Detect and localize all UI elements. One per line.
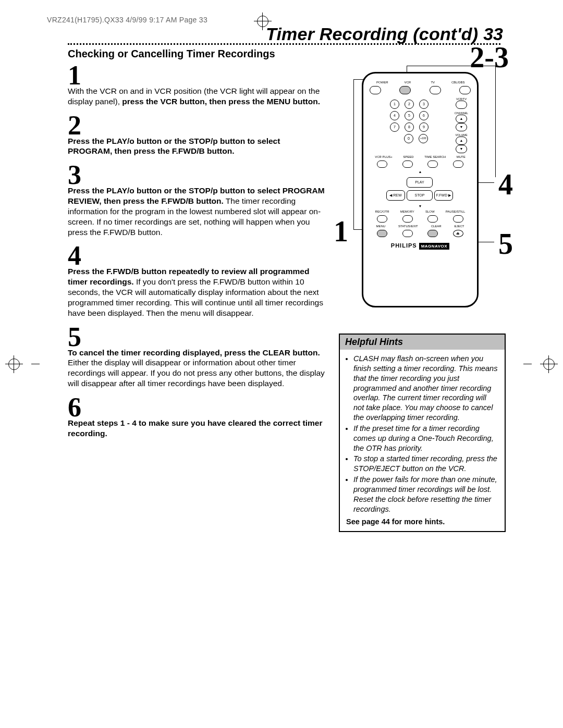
remote-label: MENU: [376, 225, 385, 228]
channel-down-icon: ▼: [456, 123, 467, 131]
slow-button-icon: [427, 215, 438, 223]
slugline: VRZ241(H1795).QX33 4/9/99 9:17 AM Page 3…: [47, 16, 532, 24]
remote-label: VCR PLUS+: [375, 155, 393, 158]
registration-mark: [257, 16, 268, 27]
step-text: Press the F.FWD/B button repeatedly to r…: [68, 266, 325, 318]
remote-label: REC/OTR: [375, 210, 389, 213]
registration-mark: [543, 359, 555, 370]
step-number: 1: [68, 62, 325, 89]
remote-label: TIME SEARCH: [424, 155, 446, 158]
remote-label: SLOW: [425, 210, 435, 213]
manual-page: VRZ241(H1795).QX33 4/9/99 9:17 AM Page 3…: [0, 0, 563, 728]
remote-label: VCR: [395, 81, 421, 84]
numpad-button-icon: 9: [419, 122, 429, 132]
callout-line: [353, 79, 354, 229]
step-text: With the VCR on and in VCR position (the…: [68, 86, 325, 107]
step-text: Press the PLAY/o button or the STOP/p bu…: [68, 136, 325, 157]
step-bold: press the VCR button, then press the MEN…: [122, 97, 320, 106]
page-title: Timer Recording (cont'd): [266, 24, 478, 44]
step-number: 4: [68, 242, 325, 269]
volume-up-icon: ▲: [456, 137, 467, 145]
hint-item: If the preset time for a timer recording…: [353, 424, 498, 453]
rew-button-icon: ◀ REW: [386, 190, 405, 201]
instructions-column: Checking or Cancelling Timer Recordings …: [68, 48, 325, 532]
step-bold: Press the PLAY/o button or the STOP/p bu…: [68, 137, 280, 156]
callout-2-3: 2-3: [470, 41, 509, 74]
numpad-button-icon: 6: [419, 111, 429, 120]
remote-label: MEMORY: [400, 210, 414, 213]
crop-line: [523, 364, 532, 364]
callout-line: [407, 66, 495, 66]
content-columns: Checking or Cancelling Timer Recordings …: [68, 48, 506, 532]
remote-control-diagram: POWER VCR TV CBL/DBS: [362, 72, 479, 307]
tv-button-icon: [430, 86, 441, 94]
volume-down-icon: ▼: [456, 145, 467, 153]
plus100-button-icon: +100: [419, 134, 428, 143]
numpad-button-icon: 5: [405, 111, 414, 120]
stop-button-icon: STOP: [407, 190, 433, 201]
step-text: Repeat steps 1 - 4 to make sure you have…: [68, 418, 325, 439]
brand-row: PHILIPSMAGNAVOX: [370, 242, 471, 249]
vcrplus-button-icon: [377, 161, 387, 168]
section-title: Checking or Cancelling Timer Recordings: [68, 48, 325, 60]
cbl-button-icon: [459, 86, 471, 94]
numpad-button-icon: 1: [390, 100, 399, 109]
remote-label: EJECT: [455, 225, 464, 228]
step-block: 3 Press the PLAY/o button or the STOP/p …: [68, 162, 325, 237]
pause-button-icon: [453, 215, 463, 223]
status-button-icon: [402, 230, 413, 237]
play-button-icon: PLAY: [407, 177, 433, 188]
callout-5: 5: [498, 227, 513, 261]
step-number: 6: [68, 394, 325, 421]
power-button-icon: [370, 86, 381, 94]
numpad-button-icon: 2: [405, 100, 414, 109]
hint-item: If the power fails for more than one min…: [353, 475, 498, 514]
step-bold: To cancel the timer recording displayed,…: [68, 348, 320, 357]
step-block: 5 To cancel the timer recording displaye…: [68, 324, 325, 389]
play-cluster: PLAY ◀ REW STOP F.FWD ▶: [386, 177, 454, 201]
channel-up-icon: ▲: [456, 115, 467, 123]
vcr-button-icon: [399, 86, 411, 94]
step-number: 3: [68, 162, 325, 189]
step-post: Either the display will disappear or inf…: [68, 358, 325, 388]
hints-title: Helpful Hints: [340, 335, 505, 350]
menu-button-icon: [377, 230, 387, 237]
numpad-button-icon: 3: [419, 100, 429, 109]
remote-label: PAUSE/STILL: [446, 210, 466, 213]
remote-label: CBL/DBS: [446, 81, 471, 84]
remote-label: CLEAR: [431, 225, 442, 228]
numpad-button-icon: 4: [390, 111, 399, 120]
numpad-button-icon: 7: [390, 122, 399, 132]
eject-button-icon: ⏏: [453, 230, 463, 237]
figure-column: 2-3 1 4 5 POWER VCR: [339, 48, 506, 532]
ffwd-button-icon: F.FWD ▶: [434, 190, 453, 201]
step-number: 5: [68, 324, 325, 351]
memory-button-icon: [402, 215, 413, 223]
remote-label: SPEED: [403, 155, 413, 158]
hints-body: CLASH may flash on-screen when you finis…: [340, 350, 505, 531]
vcrtv-button-icon: [456, 101, 467, 109]
helpful-hints-box: Helpful Hints CLASH may flash on-screen …: [339, 334, 506, 532]
remote-label: POWER: [370, 81, 395, 84]
remote-label: STATUS/EXIT: [398, 225, 418, 228]
brand-philips: PHILIPS: [391, 242, 417, 249]
speed-button-icon: [402, 161, 413, 168]
step-text: Press the PLAY/o button or the STOP/p bu…: [68, 186, 325, 237]
step-bold: Repeat steps 1 - 4 to make sure you have…: [68, 418, 322, 438]
registration-mark: [8, 359, 20, 370]
mute-button-icon: [453, 161, 463, 168]
numpad-button-icon: 8: [405, 122, 414, 132]
callout-1: 1: [334, 215, 348, 248]
numpad-button-icon: 0: [404, 134, 413, 143]
crop-line: [31, 364, 40, 364]
step-text: To cancel the timer recording displayed,…: [68, 348, 325, 389]
step-number: 2: [68, 112, 325, 139]
hint-item: CLASH may flash on-screen when you finis…: [353, 354, 498, 423]
step-block: 2 Press the PLAY/o button or the STOP/p …: [68, 112, 325, 157]
hints-footer: See page 44 for more hints.: [346, 517, 498, 526]
hint-item: To stop a started timer recording, press…: [353, 454, 498, 474]
timesearch-button-icon: [427, 161, 438, 168]
remote-figure: 2-3 1 4 5 POWER VCR: [339, 48, 506, 319]
remote-label: MUTE: [457, 155, 466, 158]
step-block: 4 Press the F.FWD/B button repeatedly to…: [68, 242, 325, 318]
